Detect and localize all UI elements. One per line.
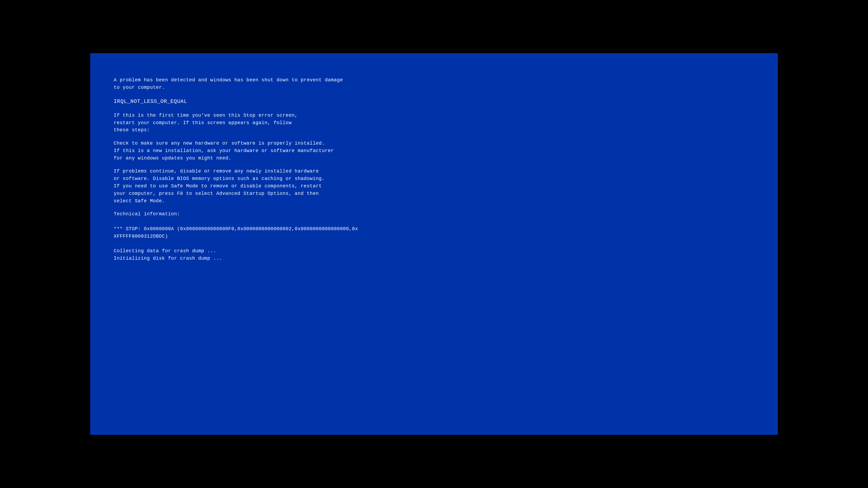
- hardware-text: Check to make sure any new hardware or s…: [114, 140, 754, 162]
- error-code: IRQL_NOT_LESS_OR_EQUAL: [114, 97, 754, 105]
- problems-section: If problems continue, disable or remove …: [114, 168, 754, 205]
- header-line2: to your computer.: [114, 84, 754, 91]
- tech-header: Technical information:: [114, 210, 754, 218]
- stop-line2: XFFFFF8000312DBDC): [114, 233, 754, 240]
- screen-wrapper: A problem has been detected and windows …: [43, 37, 825, 452]
- dump-section: Collecting data for crash dump ... Initi…: [114, 248, 754, 262]
- hardware-section: Check to make sure any new hardware or s…: [114, 140, 754, 162]
- stop-line1: *** STOP: 0x0000000A (0x00000000000000F0…: [114, 225, 754, 233]
- problems-text: If problems continue, disable or remove …: [114, 168, 754, 205]
- collecting-text: Collecting data for crash dump ...: [114, 248, 754, 255]
- bsod-screen: A problem has been detected and windows …: [90, 53, 778, 435]
- first-time-section: If this is the first time you've seen th…: [114, 112, 754, 134]
- first-time-text: If this is the first time you've seen th…: [114, 112, 754, 134]
- header-line1: A problem has been detected and windows …: [114, 76, 754, 84]
- technical-section: Technical information: *** STOP: 0x00000…: [114, 210, 754, 240]
- header-section: A problem has been detected and windows …: [114, 76, 754, 91]
- initializing-text: Initializing disk for crash dump ...: [114, 255, 754, 262]
